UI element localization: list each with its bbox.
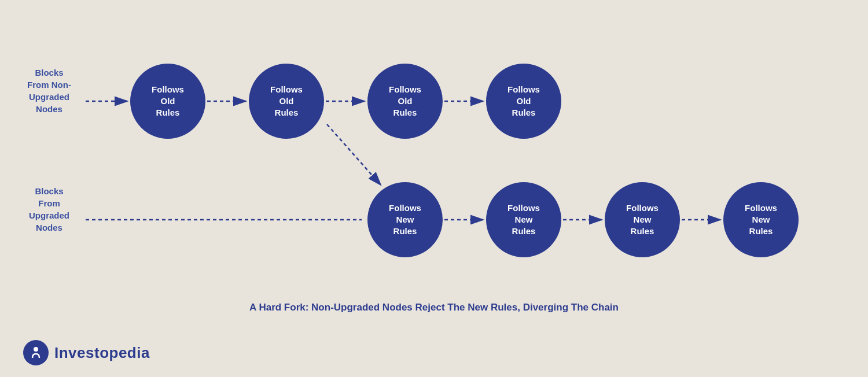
- node-new-rules-2: FollowsNewRules: [486, 182, 561, 257]
- logo-name: Investopedia: [54, 344, 150, 362]
- caption: A Hard Fork: Non-Upgraded Nodes Reject T…: [249, 302, 619, 313]
- node-new-rules-4: FollowsNewRules: [723, 182, 799, 257]
- diagram-container: BlocksFrom Non-UpgradedNodes BlocksFromU…: [0, 0, 868, 377]
- logo-icon: [23, 340, 49, 365]
- node-new-rules-1: FollowsNewRules: [367, 182, 443, 257]
- label-non-upgraded: BlocksFrom Non-UpgradedNodes: [17, 66, 81, 115]
- svg-point-11: [34, 347, 38, 352]
- svg-line-5: [327, 124, 381, 185]
- node-old-rules-4: FollowsOldRules: [486, 64, 561, 139]
- node-new-rules-3: FollowsNewRules: [605, 182, 680, 257]
- label-upgraded: BlocksFromUpgradedNodes: [17, 185, 81, 234]
- node-old-rules-2: FollowsOldRules: [249, 64, 324, 139]
- node-old-rules-3: FollowsOldRules: [367, 64, 443, 139]
- node-old-rules-1: FollowsOldRules: [130, 64, 205, 139]
- arrows-svg: [0, 0, 868, 377]
- footer: Investopedia: [23, 340, 150, 365]
